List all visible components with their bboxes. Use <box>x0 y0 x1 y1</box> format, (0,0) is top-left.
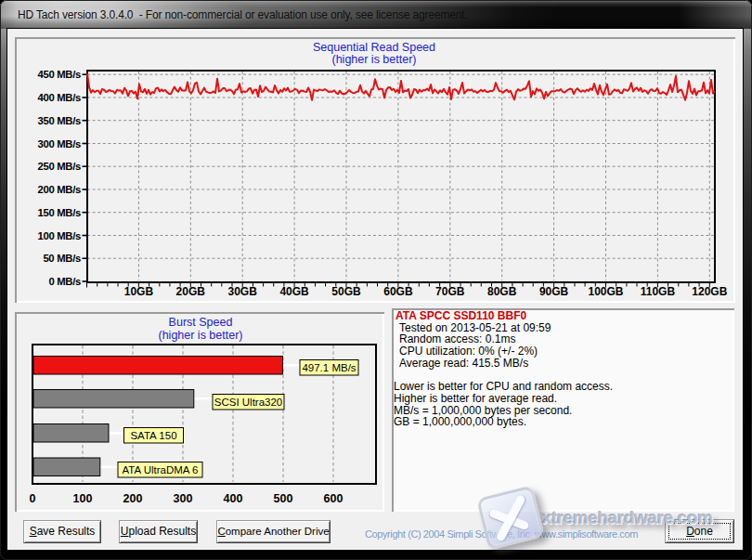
svg-text:600: 600 <box>324 492 344 505</box>
svg-text:90GB: 90GB <box>539 285 569 298</box>
svg-text:10GB: 10GB <box>124 285 154 298</box>
svg-text:400 MB/s: 400 MB/s <box>37 92 81 103</box>
svg-text:497.1 MB/s: 497.1 MB/s <box>302 362 356 373</box>
svg-text:SATA 150: SATA 150 <box>130 430 176 441</box>
svg-text:100: 100 <box>73 492 93 505</box>
svg-text:Sequential Read Speed: Sequential Read Speed <box>313 41 435 54</box>
svg-text:150 MB/s: 150 MB/s <box>37 207 81 218</box>
svg-text:450 MB/s: 450 MB/s <box>37 69 81 80</box>
svg-text:SCSI Ultra320: SCSI Ultra320 <box>214 397 283 408</box>
svg-text:50GB: 50GB <box>331 285 361 298</box>
svg-text:500: 500 <box>274 492 293 505</box>
svg-text:300 MB/s: 300 MB/s <box>37 138 81 150</box>
svg-text:40GB: 40GB <box>279 285 309 298</box>
svg-text:100GB: 100GB <box>588 285 623 298</box>
svg-text:100 MB/s: 100 MB/s <box>37 230 81 241</box>
svg-text:(higher is better): (higher is better) <box>158 329 242 342</box>
svg-text:200: 200 <box>123 492 143 505</box>
svg-text:300: 300 <box>174 492 193 505</box>
svg-text:(higher is better): (higher is better) <box>331 53 416 66</box>
svg-text:60GB: 60GB <box>383 285 413 298</box>
svg-text:120GB: 120GB <box>692 285 727 298</box>
svg-text:80GB: 80GB <box>487 285 517 298</box>
svg-text:400: 400 <box>224 492 243 505</box>
svg-text:0 MB/s: 0 MB/s <box>48 276 81 287</box>
svg-text:Burst Speed: Burst Speed <box>169 316 233 329</box>
svg-text:350 MB/s: 350 MB/s <box>37 115 81 126</box>
svg-text:250 MB/s: 250 MB/s <box>37 161 81 172</box>
svg-text:20GB: 20GB <box>176 285 206 298</box>
svg-text:30GB: 30GB <box>228 285 258 298</box>
svg-text:ATA UltraDMA 6: ATA UltraDMA 6 <box>122 464 198 475</box>
svg-text:70GB: 70GB <box>435 285 465 298</box>
svg-text:200 MB/s: 200 MB/s <box>37 184 81 195</box>
svg-text:0: 0 <box>30 492 36 505</box>
svg-text:110GB: 110GB <box>641 285 676 298</box>
svg-text:50 MB/s: 50 MB/s <box>43 253 81 264</box>
